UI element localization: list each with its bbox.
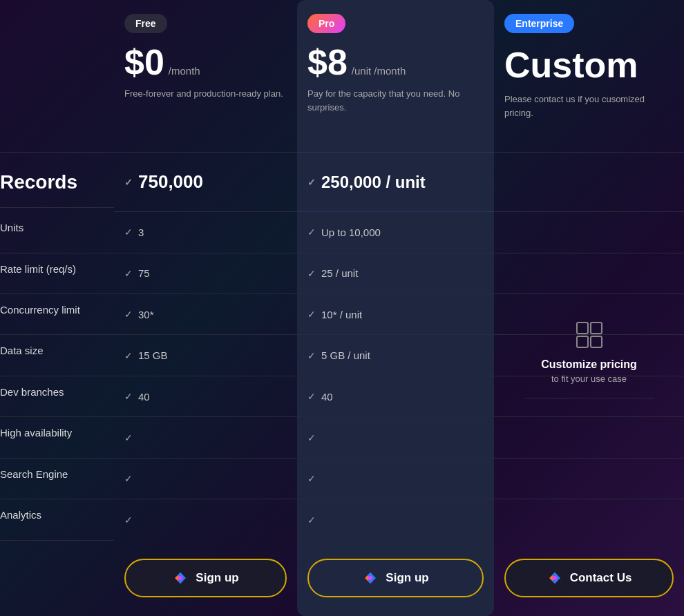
concurrency-free-value: ✓ 30* [114, 294, 297, 335]
records-label: Records [0, 157, 114, 208]
enterprise-badge: Enterprise [504, 14, 574, 33]
analytics-free-value: ✓ [114, 499, 297, 540]
data-size-free-value: ✓ 15 GB [114, 335, 297, 376]
pro-period: /unit /month [352, 66, 406, 76]
pro-description: Pay for the capacity that you need. No s… [307, 87, 484, 114]
high-availability-label: High availability [0, 417, 114, 458]
enterprise-price: Custom [504, 44, 674, 86]
pro-signup-label: Sign up [386, 571, 428, 585]
pro-price: $8 [307, 44, 348, 80]
free-price: $0 [124, 44, 164, 80]
units-free-value: ✓ 3 [114, 212, 297, 253]
free-plan-header: Free $0 /month Free-forever and producti… [114, 0, 297, 142]
rate-limit-free-value: ✓ 75 [114, 253, 297, 294]
concurrency-label: Concurrency limit [0, 294, 114, 335]
high-availability-free-value: ✓ [114, 417, 297, 458]
search-engine-pro-value: ✓ [297, 459, 494, 499]
free-signup-label: Sign up [196, 571, 238, 585]
enterprise-contact-button[interactable]: Contact Us [504, 559, 674, 597]
svg-point-2 [553, 576, 557, 580]
rate-limit-pro-value: ✓ 25 / unit [297, 253, 494, 294]
pro-plan-header: Pro $8 /unit /month Pay for the capacity… [297, 0, 494, 142]
units-pro-value: ✓ Up to 10,000 [297, 212, 494, 253]
enterprise-cta-section: Contact Us [494, 541, 684, 616]
search-engine-label: Search Engine [0, 459, 114, 499]
free-logo-icon [172, 570, 189, 586]
records-pro-value: ✓ 250,000 / unit [297, 153, 494, 212]
data-size-pro-value: ✓ 5 GB / unit [297, 335, 494, 376]
free-badge: Free [124, 14, 167, 33]
dev-branches-label: Dev branches [0, 376, 114, 417]
svg-point-0 [178, 576, 182, 580]
rate-limit-label: Rate limit (req/s) [0, 253, 114, 294]
enterprise-description: Please contact us if you cusomized prici… [504, 93, 674, 119]
concurrency-pro-value: ✓ 10* / unit [297, 294, 494, 335]
svg-point-1 [368, 576, 372, 580]
data-size-label: Data size [0, 335, 114, 376]
analytics-pro-value: ✓ [297, 499, 494, 540]
records-free-value: ✓ 750,000 [114, 153, 297, 212]
pro-cta-section: Sign up [297, 541, 494, 616]
enterprise-contact-label: Contact Us [570, 571, 632, 585]
dev-branches-pro-value: ✓ 40 [297, 376, 494, 417]
units-label: Units [0, 212, 114, 253]
search-engine-free-value: ✓ [114, 459, 297, 499]
enterprise-logo-icon [547, 570, 563, 586]
high-availability-pro-value: ✓ [297, 417, 494, 458]
free-period: /month [169, 66, 200, 76]
free-cta-section: Sign up [114, 541, 297, 616]
pro-logo-icon [362, 570, 379, 586]
free-description: Free-forever and production-ready plan. [124, 87, 287, 101]
enterprise-plan-header: Enterprise Custom Please contact us if y… [494, 0, 684, 142]
pro-badge: Pro [307, 14, 345, 33]
free-signup-button[interactable]: Sign up [124, 559, 287, 597]
pro-signup-button[interactable]: Sign up [307, 559, 484, 597]
dev-branches-free-value: ✓ 40 [114, 376, 297, 417]
analytics-label: Analytics [0, 499, 114, 540]
